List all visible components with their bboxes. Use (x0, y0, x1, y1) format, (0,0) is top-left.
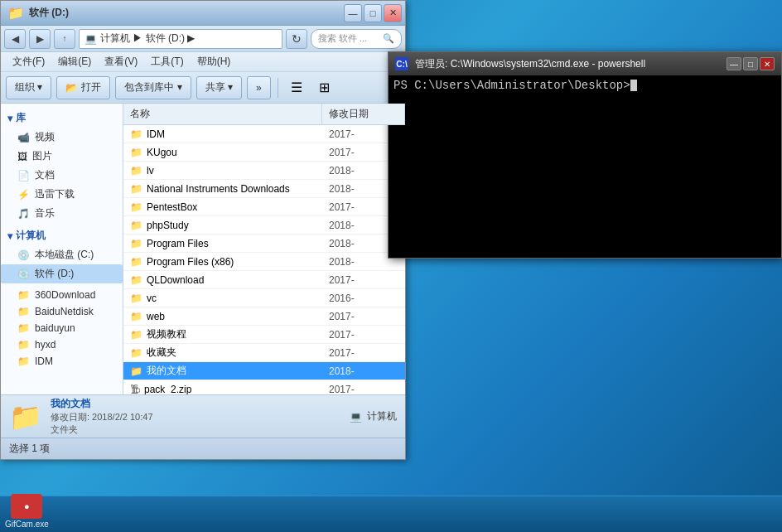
file-row-ni[interactable]: 📁National Instruments Downloads 2018- (123, 180, 405, 198)
share-button[interactable]: 共享 ▾ (196, 76, 242, 99)
sidebar-item-drive-d[interactable]: 💿 软件 (D:) (1, 264, 123, 283)
sidebar-item-pictures[interactable]: 🖼 图片 (1, 147, 123, 166)
sidebar-item-video[interactable]: 📹 视频 (1, 128, 123, 147)
organize-label: 组织 ▾ (15, 80, 42, 94)
sidebar-item-thunder[interactable]: ⚡ 迅雷下载 (1, 185, 123, 204)
thunder-icon: ⚡ (17, 189, 30, 201)
menu-view[interactable]: 查看(V) (98, 53, 144, 70)
col-header-date[interactable]: 修改日期 (322, 104, 405, 124)
file-name-mydocs: 📁我的文档 (123, 362, 322, 380)
more-button[interactable]: » (247, 76, 271, 99)
pictures-icon: 🖼 (17, 151, 27, 162)
music-label: 音乐 (35, 206, 55, 220)
file-row-pentestbox[interactable]: 📁PentestBox 2017- (123, 198, 405, 216)
file-row-qldownload[interactable]: 📁QLDownload 2017- (123, 271, 405, 289)
file-row-programfilesx86[interactable]: 📁Program Files (x86) 2018- (123, 253, 405, 271)
sidebar-section-libraries: ▾ 库 📹 视频 🖼 图片 📄 文档 (1, 109, 123, 223)
refresh-button[interactable]: ↻ (286, 29, 307, 49)
file-row-kugou[interactable]: 📁KUgou 2017- (123, 143, 405, 162)
folder-hyxd-icon: 📁 (17, 339, 30, 351)
folder-baiduyun-icon: 📁 (17, 322, 30, 334)
explorer-titlebar: 📁 软件 (D:) — □ ✕ (1, 1, 405, 26)
file-row-lv[interactable]: 📁lv 2018- (123, 162, 405, 180)
chevron-down-icon2: ▾ (7, 230, 12, 242)
search-icon: 🔍 (383, 33, 394, 44)
up-button[interactable]: ↑ (54, 29, 75, 49)
close-button[interactable]: ✕ (384, 4, 402, 22)
sidebar-item-documents[interactable]: 📄 文档 (1, 166, 123, 185)
sidebar-item-baiduyun[interactable]: 📁 baiduyun (1, 320, 123, 336)
sidebar-item-idm[interactable]: 📁 IDM (1, 353, 123, 370)
file-date-videotutor: 2017- (322, 327, 405, 342)
organize-button[interactable]: 组织 ▾ (6, 76, 51, 99)
address-text: 计算机 ▶ 软件 (D:) ▶ (100, 31, 195, 46)
file-row-programfiles[interactable]: 📁Program Files 2018- (123, 235, 405, 253)
forward-button[interactable]: ▶ (29, 29, 51, 49)
gifcam-icon[interactable]: ● (11, 494, 42, 519)
file-row-mydocs[interactable]: 📁我的文档 2018- (123, 362, 405, 380)
ps-prompt-line: PS C:\Users\Administrator\Desktop> (393, 79, 776, 92)
view-icons-button[interactable]: ⊞ (313, 76, 336, 99)
maximize-button[interactable]: □ (364, 4, 382, 22)
sidebar-header-libraries[interactable]: ▾ 库 (1, 109, 123, 128)
ps-maximize-button[interactable]: □ (743, 57, 758, 70)
ps-cursor (630, 80, 637, 91)
ps-icon: C:\ (395, 57, 408, 70)
desktop: 📁 软件 (D:) — □ ✕ ◀ ▶ ↑ 💻 计算机 ▶ 软件 (D:) ▶ … (0, 0, 782, 532)
sidebar-item-music[interactable]: 🎵 音乐 (1, 204, 123, 223)
drive-c-icon: 💿 (17, 249, 30, 261)
drive-d-label: 软件 (D:) (35, 267, 74, 281)
view-list-button[interactable]: ☰ (285, 76, 308, 99)
taskbar-gifcam-area: ● GifCam.exe (5, 494, 49, 529)
file-name-vc: 📁vc (123, 291, 322, 306)
file-name-pentestbox: 📁PentestBox (123, 200, 322, 215)
file-list-area: 名称 修改日期 📁IDM 2017- 📁KUgou 2017- 📁lv 2018… (123, 104, 405, 394)
ps-minimize-button[interactable]: — (726, 57, 741, 70)
file-name-packzip: 🗜pack_2.zip (123, 382, 322, 395)
gifcam-label: GifCam.exe (5, 520, 49, 529)
chevron-down-icon: ▾ (7, 113, 12, 124)
pictures-label: 图片 (32, 149, 52, 163)
sidebar-item-360download[interactable]: 📁 360Download (1, 287, 123, 303)
col-header-name[interactable]: 名称 (123, 104, 322, 124)
file-row-web[interactable]: 📁web 2017- (123, 307, 405, 326)
file-row-favorites[interactable]: 📁收藏夹 2017- (123, 344, 405, 362)
file-row-phpstudy[interactable]: 📁phpStudy 2018- (123, 216, 405, 235)
sidebar-item-baidunetdisk[interactable]: 📁 BaiduNetdisk (1, 303, 123, 320)
ps-close-button[interactable]: ✕ (760, 57, 775, 70)
sidebar-item-hyxd[interactable]: 📁 hyxd (1, 336, 123, 353)
back-button[interactable]: ◀ (4, 29, 26, 49)
file-name-web: 📁web (123, 309, 322, 324)
sidebar-section-subfolders: 📁 360Download 📁 BaiduNetdisk 📁 baiduyun … (1, 287, 123, 370)
address-bar[interactable]: 💻 计算机 ▶ 软件 (D:) ▶ (79, 29, 282, 49)
file-row-videotutor[interactable]: 📁视频教程 2017- (123, 326, 405, 344)
more-label: » (256, 82, 262, 94)
folder-baidu-label: BaiduNetdisk (35, 306, 94, 317)
sidebar-header-computer[interactable]: ▾ 计算机 (1, 226, 123, 245)
search-bar[interactable]: 搜索 软件 ... 🔍 (311, 29, 402, 49)
ps-prompt-text: PS C:\Users\Administrator\Desktop> (393, 79, 630, 92)
status-right-text: 计算机 (367, 409, 397, 423)
file-name-favorites: 📁收藏夹 (123, 344, 322, 361)
folder-360-label: 360Download (35, 289, 95, 301)
computer-icon: 💻 (350, 411, 362, 423)
video-label: 视频 (35, 130, 55, 144)
status-folder-icon: 📁 (9, 401, 42, 433)
file-name-idm: 📁IDM (123, 127, 322, 142)
file-row-vc[interactable]: 📁vc 2016- (123, 289, 405, 307)
ps-buttons: — □ ✕ (726, 57, 775, 70)
minimize-button[interactable]: — (344, 4, 362, 22)
sidebar-item-drive-c[interactable]: 💿 本地磁盘 (C:) (1, 245, 123, 264)
bottom-bar: 选择 1 项 (1, 438, 405, 459)
menu-help[interactable]: 帮助(H) (191, 53, 238, 70)
file-row-packzip[interactable]: 🗜pack_2.zip 2017- (123, 380, 405, 394)
menu-file[interactable]: 文件(F) (6, 53, 51, 70)
file-row-idm[interactable]: 📁IDM 2017- (123, 125, 405, 143)
menu-tools[interactable]: 工具(T) (144, 53, 190, 70)
file-name-programfiles: 📁Program Files (123, 236, 322, 251)
open-button[interactable]: 📂 打开 (56, 76, 110, 99)
status-right: 💻 计算机 (350, 409, 397, 423)
include-button[interactable]: 包含到库中 ▾ (115, 76, 191, 99)
file-list-header: 名称 修改日期 (123, 104, 405, 125)
menu-edit[interactable]: 编辑(E) (51, 53, 98, 70)
